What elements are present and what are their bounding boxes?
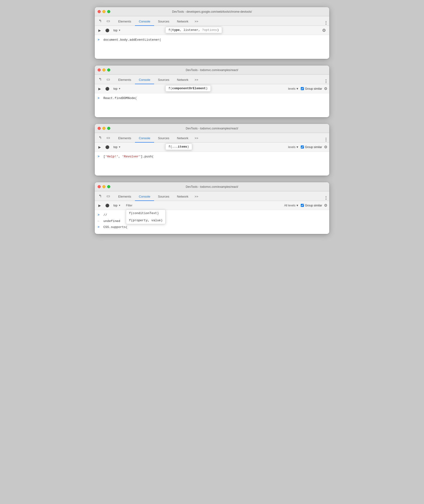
prompt-3-1: > xyxy=(98,154,101,159)
settings-icon-1[interactable]: ⚙ xyxy=(321,27,327,34)
clear-button-1[interactable]: ⚫ xyxy=(104,28,110,33)
tab-bar-icons-1: ↰ ▭ xyxy=(97,16,112,26)
console-content-4: > // ← undefined f(conditionText) f(prop… xyxy=(95,210,329,234)
cursor-icon-4[interactable]: ↰ xyxy=(97,193,103,199)
run-button-2[interactable]: ▶ xyxy=(97,86,102,92)
group-similar-input-2[interactable] xyxy=(301,87,304,90)
minimize-button-3[interactable] xyxy=(102,127,106,130)
tab-more-1[interactable]: >> xyxy=(192,17,200,26)
console-toolbar-1: ▶ ⚫ top ▼ f(type, listener, ?options) ⚙ xyxy=(95,26,329,35)
str-help: 'Help!' xyxy=(105,155,118,158)
window-title-2: DevTools - todomvc.com/examples/react/ xyxy=(186,68,238,72)
autocomplete-row-1[interactable]: f(conditionText) xyxy=(126,210,165,217)
console-code-3-1[interactable]: ['Help!', 'Revolver'].push( xyxy=(103,154,154,159)
cursor-icon[interactable]: ↰ xyxy=(97,18,103,25)
close-button-1[interactable] xyxy=(98,10,101,13)
console-code-4-3[interactable]: CSS.supports( xyxy=(103,225,128,230)
context-select-2[interactable]: top ▼ xyxy=(112,86,122,91)
settings-icon-3[interactable]: ⚙ xyxy=(324,145,327,149)
minimize-button-2[interactable] xyxy=(102,68,106,72)
tab-console-3[interactable]: Console xyxy=(135,134,154,142)
console-code-1-1[interactable]: document.body.addEventListener( xyxy=(103,37,161,42)
tab-sources-4[interactable]: Sources xyxy=(154,192,173,201)
minimize-button-1[interactable] xyxy=(102,10,106,13)
tab-elements-2[interactable]: Elements xyxy=(114,76,135,84)
group-similar-input-3[interactable] xyxy=(301,145,304,148)
run-button-3[interactable]: ▶ xyxy=(97,144,102,150)
context-select-3[interactable]: top ▼ xyxy=(112,145,122,149)
context-select-4[interactable]: top ▼ xyxy=(112,203,122,208)
levels-btn-2[interactable]: levels ▼ xyxy=(288,87,299,90)
clear-button-2[interactable]: ⚫ xyxy=(104,86,110,92)
settings-icon-4[interactable]: ⚙ xyxy=(324,203,327,208)
clear-button-3[interactable]: ⚫ xyxy=(104,144,110,150)
maximize-button-1[interactable] xyxy=(107,10,110,13)
tab-console-1[interactable]: Console xyxy=(135,17,154,26)
group-similar-checkbox-2[interactable]: Group similar xyxy=(301,87,322,90)
levels-arrow-3: ▼ xyxy=(296,145,299,149)
tab-elements-3[interactable]: Elements xyxy=(114,134,135,142)
console-code-2-1[interactable]: React.findDOMNode( xyxy=(103,96,137,101)
tab-elements-4[interactable]: Elements xyxy=(114,192,135,201)
run-button-1[interactable]: ▶ xyxy=(97,28,102,33)
cursor-icon-3[interactable]: ↰ xyxy=(97,135,103,141)
tab-more-4[interactable]: >> xyxy=(192,192,200,201)
tab-more-3[interactable]: >> xyxy=(192,134,200,142)
close-button-3[interactable] xyxy=(98,127,101,130)
tab-console-4[interactable]: Console xyxy=(135,192,154,201)
minimize-button-4[interactable] xyxy=(102,185,106,188)
autocomplete-row-2[interactable]: f(property, value) xyxy=(126,217,165,224)
tab-sources-3[interactable]: Sources xyxy=(154,134,173,142)
context-select-1[interactable]: top ▼ xyxy=(112,28,122,32)
device-icon[interactable]: ▭ xyxy=(105,18,112,25)
autocomplete-1: f(type, listener, ?options) xyxy=(165,27,222,33)
tab-console-2[interactable]: Console xyxy=(135,76,154,84)
clear-button-4[interactable]: ⚫ xyxy=(104,203,110,208)
levels-arrow-2: ▼ xyxy=(296,87,299,90)
tab-network-3[interactable]: Network xyxy=(173,134,192,142)
device-icon-4[interactable]: ▭ xyxy=(105,193,112,199)
autocomplete-optional-1: ?options xyxy=(202,28,217,32)
device-icon-3[interactable]: ▭ xyxy=(105,135,112,141)
autocomplete-3: f(...items) xyxy=(165,143,192,150)
device-icon-2[interactable]: ▭ xyxy=(105,76,112,83)
settings-icon-2[interactable]: ⚙ xyxy=(324,86,327,91)
tab-sources-2[interactable]: Sources xyxy=(154,76,173,84)
levels-btn-3[interactable]: levels ▼ xyxy=(288,145,299,149)
maximize-button-3[interactable] xyxy=(107,127,110,130)
close-button-4[interactable] xyxy=(98,185,101,188)
more-menu-button-3[interactable] xyxy=(325,137,327,142)
tab-network-2[interactable]: Network xyxy=(173,76,192,84)
levels-btn-4[interactable]: All levels ▼ xyxy=(284,204,299,207)
close-button-2[interactable] xyxy=(98,68,101,72)
console-line-4-3: > CSS.supports( xyxy=(95,224,329,230)
window-title-3: DevTools - todomvc.com/examples/react/ xyxy=(186,127,238,130)
tab-more-2[interactable]: >> xyxy=(192,75,200,84)
dropdown-arrow-3: ▼ xyxy=(118,146,121,148)
dropdown-arrow-4: ▼ xyxy=(118,204,121,207)
window-title-4: DevTools - todomvc.com/examples/react/ xyxy=(186,185,238,189)
title-bar-4: DevTools - todomvc.com/examples/react/ xyxy=(95,182,329,191)
run-button-4[interactable]: ▶ xyxy=(97,203,102,208)
console-code-4-2: undefined xyxy=(103,219,120,224)
tab-elements-1[interactable]: Elements xyxy=(114,17,135,26)
more-menu-button-2[interactable] xyxy=(325,79,327,84)
console-code-4-1[interactable]: // xyxy=(103,213,107,217)
tab-network-1[interactable]: Network xyxy=(173,17,192,26)
maximize-button-2[interactable] xyxy=(107,68,110,72)
cursor-icon-2[interactable]: ↰ xyxy=(97,76,103,83)
dropdown-arrow-2: ▼ xyxy=(118,87,121,90)
maximize-button-4[interactable] xyxy=(107,185,110,188)
prompt-1-1: > xyxy=(98,37,101,42)
tab-bar-icons-4: ↰ ▭ xyxy=(97,191,112,201)
tab-sources-1[interactable]: Sources xyxy=(154,17,173,26)
group-similar-input-4[interactable] xyxy=(301,204,304,207)
tab-network-4[interactable]: Network xyxy=(173,192,192,201)
console-toolbar-3: ▶ ⚫ top ▼ f(...items) levels ▼ Group sim… xyxy=(95,142,329,152)
more-menu-button-1[interactable] xyxy=(325,20,327,26)
console-content-1: > document.body.addEventListener( xyxy=(95,35,329,59)
more-menu-button-4[interactable] xyxy=(325,195,327,201)
group-similar-checkbox-3[interactable]: Group similar xyxy=(301,145,322,149)
group-similar-checkbox-4[interactable]: Group similar xyxy=(301,204,322,207)
autocomplete-bold-2: componentOrElement xyxy=(172,86,206,90)
